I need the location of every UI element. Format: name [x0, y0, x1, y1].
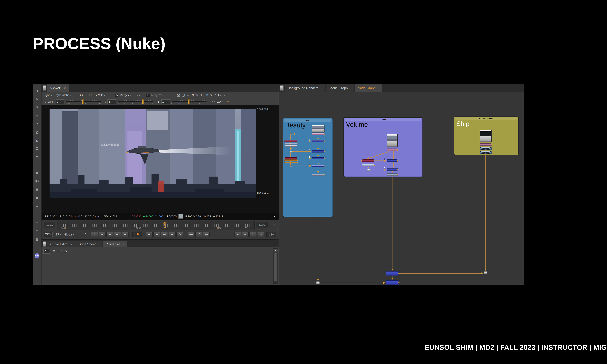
- expand-info-icon[interactable]: ▼: [274, 215, 276, 217]
- wipe-icon[interactable]: ▨: [177, 93, 180, 97]
- furnace-nodes-icon[interactable]: ◎: [33, 219, 41, 227]
- viewer-image-area[interactable]: METAVERSE 1920,816 HD 2.35:1: [41, 105, 279, 213]
- output-node[interactable]: [312, 174, 325, 176]
- tab-scene-graph[interactable]: Scene Graph×: [326, 84, 354, 92]
- particles-nodes-icon[interactable]: ✳: [33, 170, 41, 178]
- gain-slider[interactable]: 0.015620.111064: [66, 99, 101, 104]
- prev-keyframe-button[interactable]: ≀◀: [106, 232, 113, 237]
- blur-node[interactable]: [362, 164, 374, 166]
- display-channels-dropdown[interactable]: RGB▾: [77, 93, 85, 97]
- step-forward-button[interactable]: ▶▶: [203, 232, 210, 237]
- step-back-button[interactable]: ◀◀: [188, 232, 195, 237]
- loop-mode-icon[interactable]: ↻: [84, 233, 87, 236]
- dot-node[interactable]: [290, 133, 292, 135]
- close-icon[interactable]: ×: [70, 242, 72, 246]
- play-backward-button[interactable]: ◀: [121, 232, 128, 237]
- gain-input[interactable]: 1: [56, 99, 65, 104]
- pane-icon[interactable]: [43, 241, 46, 247]
- prev-exposure-icon[interactable]: ◀: [44, 100, 46, 103]
- collapse-toolbar-icon[interactable]: »: [223, 94, 226, 96]
- merge-node[interactable]: [312, 150, 325, 153]
- shuffle-node[interactable]: [312, 133, 325, 135]
- grade-node[interactable]: [284, 157, 297, 159]
- ocula-nodes-icon[interactable]: ⊕: [33, 244, 41, 252]
- proxy-icon[interactable]: ⊠: [196, 93, 199, 97]
- tab-viewer1[interactable]: Viewer1×: [47, 84, 69, 92]
- a-input-dropdown[interactable]: AMerge2▾: [115, 93, 131, 97]
- zoom-level[interactable]: 83.3%: [205, 93, 213, 97]
- properties-scrollbar[interactable]: ▲: [273, 248, 278, 284]
- close-icon[interactable]: ×: [64, 86, 66, 90]
- grade-node[interactable]: [284, 140, 297, 142]
- metadata-nodes-icon[interactable]: ◆: [33, 194, 41, 203]
- glow-node[interactable]: [284, 159, 297, 161]
- next-exposure-icon[interactable]: ▶: [52, 100, 54, 103]
- backdrop-beauty[interactable]: Bty Beauty: [283, 118, 332, 217]
- gamma-slider[interactable]: 00.11234: [118, 99, 153, 104]
- channel-strip-icon[interactable]: ≣: [187, 93, 189, 97]
- gamma-input[interactable]: 1: [107, 99, 116, 104]
- input-process-toggle[interactable]: IP: [89, 93, 92, 97]
- merge-node[interactable]: [312, 165, 325, 167]
- layer-dropdown[interactable]: rgba.alpha▾: [56, 93, 71, 97]
- channel-nodes-icon[interactable]: ≡: [33, 112, 41, 120]
- backdrop-volume[interactable]: Volume Volume: [344, 117, 422, 177]
- plugins-icon[interactable]: Ⓟ: [35, 253, 39, 258]
- dot-node[interactable]: [290, 151, 292, 153]
- other-nodes-icon[interactable]: ▭: [33, 211, 41, 219]
- saturation-slider[interactable]: 00.11234: [172, 99, 206, 104]
- merge-node[interactable]: [312, 140, 325, 142]
- dot-node[interactable]: [290, 165, 292, 167]
- blur-node[interactable]: [284, 145, 297, 147]
- roi-icon[interactable]: ⬚: [212, 100, 215, 103]
- composite-icon[interactable]: ▢: [182, 93, 185, 97]
- close-icon[interactable]: ×: [377, 86, 379, 90]
- backdrop-beauty-title[interactable]: Bty: [284, 119, 331, 122]
- close-icon[interactable]: ×: [98, 242, 100, 246]
- grade-node[interactable]: [362, 159, 374, 162]
- last-frame-box[interactable]: 120: [266, 232, 277, 237]
- update-icon[interactable]: ↻: [191, 93, 194, 97]
- image-nodes-icon[interactable]: ➔: [33, 87, 41, 96]
- blur-node[interactable]: [284, 143, 297, 144]
- deep-nodes-icon[interactable]: Ⓓ: [33, 178, 41, 186]
- dot-node[interactable]: [367, 169, 370, 171]
- tab-properties[interactable]: Properties×: [103, 241, 127, 248]
- close-icon[interactable]: ×: [320, 86, 322, 90]
- close-icon[interactable]: ×: [350, 86, 352, 90]
- shuffle-node[interactable]: [480, 143, 492, 146]
- backdrop-volume-title[interactable]: Volume: [345, 118, 421, 121]
- views-nodes-icon[interactable]: ◉: [33, 186, 41, 194]
- collapse-timeline-icon[interactable]: »: [273, 224, 277, 226]
- collapse-row-icon[interactable]: »: [230, 101, 234, 102]
- frame-increment-input[interactable]: 10: [195, 232, 202, 237]
- read-node-ship[interactable]: [480, 130, 492, 142]
- dot-node[interactable]: [484, 271, 487, 274]
- scrollbar-thumb[interactable]: [274, 253, 277, 281]
- read-node-beauty[interactable]: [312, 125, 325, 132]
- filter-nodes-icon[interactable]: ▨: [33, 129, 41, 137]
- next-keyframe-button[interactable]: ▶≀: [161, 232, 168, 237]
- frame-range-dropdown[interactable]: Global▾: [64, 233, 74, 236]
- current-frame-input[interactable]: 1066: [132, 232, 142, 237]
- lock-panels-icon[interactable]: ✙: [53, 249, 55, 253]
- tab-curve-editor[interactable]: Curve Editor×: [47, 241, 75, 248]
- wipe-mode-dropdown[interactable]: -▾: [137, 93, 140, 97]
- transform-nodes-icon[interactable]: ✚: [33, 153, 41, 161]
- lock-range-icon[interactable]: ✙: [250, 232, 256, 237]
- tab-node-graph[interactable]: Node Graph×: [355, 84, 382, 92]
- read-node-volume[interactable]: [387, 134, 398, 147]
- 3d-nodes-icon[interactable]: ◻: [33, 161, 41, 170]
- toolsets-icon[interactable]: ⚙: [33, 203, 41, 211]
- keyer-nodes-icon[interactable]: ◣: [33, 137, 41, 145]
- fps-dropdown[interactable]: 24*▾: [44, 232, 53, 237]
- time-nodes-icon[interactable]: ◷: [33, 104, 41, 112]
- merge-node[interactable]: [386, 271, 399, 275]
- tab-dope-sheet[interactable]: Dope Sheet×: [76, 241, 102, 248]
- shuffle-node[interactable]: [387, 148, 398, 151]
- goto-end-button[interactable]: ▶|: [169, 232, 176, 237]
- viewer-lut-dropdown[interactable]: sRGB▾: [95, 93, 105, 97]
- gamma-display-icon[interactable]: □: [173, 93, 175, 97]
- ram-cache-icon[interactable]: ◿: [257, 232, 264, 237]
- backdrop-ship-title[interactable]: BackdropNode1: [455, 117, 517, 120]
